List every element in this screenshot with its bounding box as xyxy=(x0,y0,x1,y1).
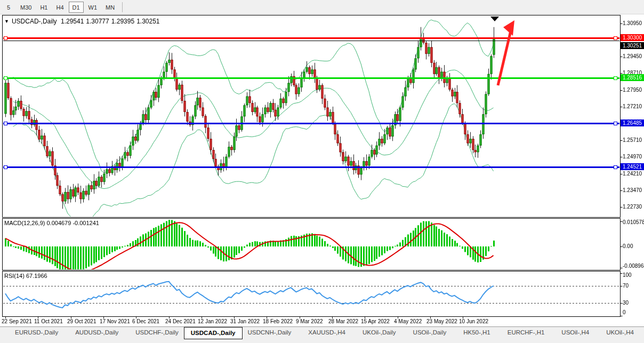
symbol-tab-usoil-h4[interactable]: USOil-,H4 xyxy=(556,327,594,339)
x-axis-date-label: 11 Oct 2021 xyxy=(34,318,63,324)
chart-symbol-label: USDCAD-,Daily xyxy=(12,18,57,25)
chart-canvas[interactable] xyxy=(0,0,644,343)
y-axis-tick: 1.24970 xyxy=(623,154,642,159)
x-axis-date-label: 24 Dec 2021 xyxy=(165,318,196,324)
x-axis-date-label: 22 Sep 2021 xyxy=(2,318,32,324)
x-axis-date-label: 31 Jan 2022 xyxy=(230,318,260,324)
x-axis-date-label: 18 Feb 2022 xyxy=(263,318,293,324)
rsi-axis-tick: 100 xyxy=(623,272,632,278)
chevron-down-icon[interactable]: ▼ xyxy=(4,19,9,24)
rsi-axis-tick: 70 xyxy=(623,283,629,289)
x-axis-date-label: 6 Dec 2021 xyxy=(132,318,159,324)
symbol-tab-usdcnh-daily[interactable]: USDCNH-,Daily xyxy=(243,327,297,339)
x-axis-date-label: 29 Oct 2021 xyxy=(67,318,96,324)
rsi-axis-tick: 0 xyxy=(623,309,626,315)
y-axis-tick: 1.27210 xyxy=(623,103,642,109)
x-axis-date-label: 4 May 2022 xyxy=(394,318,422,324)
x-axis-date-label: 12 Jan 2022 xyxy=(198,318,227,324)
y-axis-tick: 1.25710 xyxy=(623,137,642,143)
x-axis-date-label: 28 Mar 2022 xyxy=(328,318,358,324)
price-line-badge[interactable]: 1.30300 xyxy=(621,34,644,41)
symbol-tab-usdchf-daily[interactable]: USDCHF-,Daily xyxy=(130,327,184,339)
x-axis-date-label: 17 Nov 2021 xyxy=(100,318,130,324)
price-line-badge[interactable]: 1.26485 xyxy=(621,119,644,126)
price-line-badge[interactable]: 1.28516 xyxy=(621,74,644,81)
symbol-tab-usoil-daily[interactable]: USOil-,Daily xyxy=(408,327,452,339)
macd-axis-tick: -0.00896 xyxy=(623,263,643,269)
y-axis-tick: 1.24210 xyxy=(623,171,642,177)
price-line-badge[interactable]: 1.30251 xyxy=(621,42,644,49)
macd-title: MACD(12,26,9) 0.004679 -0.001241 xyxy=(4,220,99,226)
symbol-tab-usdcad-daily[interactable]: USDCAD-,Daily xyxy=(184,327,243,339)
x-axis-date-label: 9 Mar 2022 xyxy=(296,318,323,324)
symbol-tab-xauusd-h4[interactable]: XAUUSD-,H4 xyxy=(303,327,351,339)
symbol-tab-ukoil-daily[interactable]: UKOil-,Daily xyxy=(357,327,401,339)
bar-high-value: 1.30777 xyxy=(86,18,109,25)
symbol-tab-audusd-daily[interactable]: AUDUSD-,Daily xyxy=(70,327,124,339)
symbol-tab-ukoil-h4[interactable]: UKOil-,H4 xyxy=(601,327,639,339)
macd-axis-tick: 0.010578 xyxy=(623,219,644,225)
symbol-tab-hk50-h1[interactable]: HK50-,H1 xyxy=(458,327,496,339)
bar-close-value: 1.30251 xyxy=(136,18,159,25)
bar-open-value: 1.29541 xyxy=(61,18,84,25)
symbol-tab-eurchf-h1[interactable]: EURCHF-,H1 xyxy=(502,327,550,339)
price-line-badge[interactable]: 1.24521 xyxy=(621,163,644,170)
x-axis-date-label: 23 May 2022 xyxy=(426,318,457,324)
rsi-axis-tick: 30 xyxy=(623,300,629,306)
y-axis-tick: 1.22730 xyxy=(623,204,642,210)
rsi-title: RSI(14) 67.1966 xyxy=(4,273,47,279)
trading-terminal: 5M30H1H4D1W1MN ▼USDCAD-,Daily 1.295411.3… xyxy=(0,0,644,343)
y-axis-tick: 1.27950 xyxy=(623,87,642,93)
y-axis-tick: 1.23470 xyxy=(623,187,642,193)
x-axis-date-label: 10 Jun 2022 xyxy=(459,318,488,324)
x-axis-date-label: 15 Apr 2022 xyxy=(361,318,390,324)
chart-title: ▼USDCAD-,Daily 1.295411.307771.293951.30… xyxy=(4,18,162,25)
macd-axis-tick: 0.00 xyxy=(623,243,633,249)
symbol-tabbar: EURUSD-,DailyAUDUSD-,DailyUSDCHF-,DailyU… xyxy=(0,326,644,343)
y-axis-tick: 1.30950 xyxy=(623,20,642,26)
y-axis-tick: 1.29450 xyxy=(623,53,642,59)
trend-arrow[interactable] xyxy=(489,16,527,91)
bar-low-value: 1.29395 xyxy=(111,18,134,25)
symbol-tab-eurusd-daily[interactable]: EURUSD-,Daily xyxy=(10,327,63,339)
